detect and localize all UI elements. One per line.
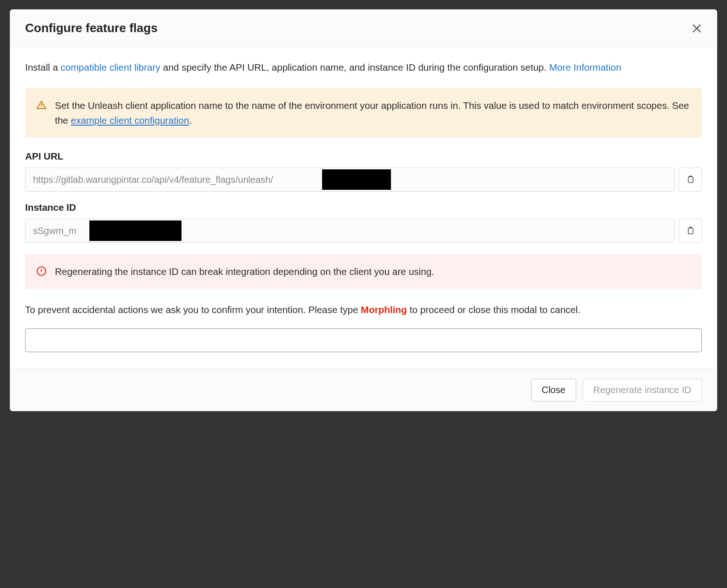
confirm-text: To prevent accidental actions we ask you… [25, 302, 702, 317]
api-url-label: API URL [25, 151, 702, 162]
api-url-redacted [322, 169, 391, 190]
close-button[interactable]: Close [531, 379, 576, 401]
svg-rect-4 [688, 228, 693, 234]
regenerate-instance-id-button[interactable]: Regenerate instance ID [583, 379, 702, 401]
modal-body: Install a compatible client library and … [10, 47, 717, 369]
danger-icon [36, 266, 47, 276]
confirm-input[interactable] [25, 328, 702, 352]
instance-id-label: Instance ID [25, 202, 702, 213]
danger-text: Regenerating the instance ID can break i… [55, 264, 434, 279]
confirm-after: to proceed or close this modal to cancel… [407, 304, 580, 315]
warning-text: Set the Unleash client application name … [55, 98, 691, 128]
instance-id-redacted [89, 220, 182, 241]
intro-middle: and specify the API URL, application nam… [161, 62, 549, 73]
confirm-word: Morphling [361, 304, 407, 315]
warning-after: . [189, 115, 192, 126]
intro-prefix: Install a [25, 62, 61, 73]
intro-text: Install a compatible client library and … [25, 60, 702, 75]
copy-api-url-button[interactable] [679, 167, 702, 192]
svg-point-7 [41, 273, 41, 274]
compatible-client-library-link[interactable]: compatible client library [61, 62, 160, 73]
modal-title: Configure feature flags [25, 21, 158, 35]
more-information-link[interactable]: More Information [549, 62, 621, 73]
svg-point-1 [41, 107, 41, 107]
warning-icon [36, 100, 47, 110]
instance-id-field: Instance ID [25, 202, 702, 243]
modal-header: Configure feature flags [10, 10, 717, 47]
confirm-before: To prevent accidental actions we ask you… [25, 304, 361, 315]
modal-footer: Close Regenerate instance ID [10, 369, 717, 411]
clipboard-icon [686, 226, 695, 235]
close-icon[interactable] [692, 23, 702, 33]
api-url-field: API URL [25, 151, 702, 192]
configure-feature-flags-modal: Configure feature flags Install a compat… [10, 9, 717, 411]
clipboard-icon [686, 175, 695, 184]
copy-instance-id-button[interactable] [679, 219, 702, 243]
warning-alert: Set the Unleash client application name … [25, 88, 702, 138]
danger-alert: Regenerating the instance ID can break i… [25, 254, 702, 289]
example-client-config-link[interactable]: example client configuration [71, 115, 189, 126]
